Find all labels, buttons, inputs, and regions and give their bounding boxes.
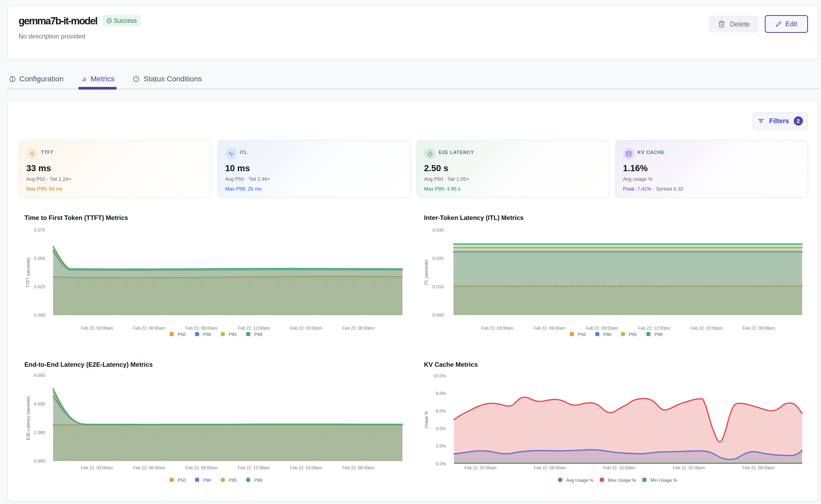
svg-text:0.000: 0.000 [34,459,45,464]
svg-text:Feb 22, 06:00am: Feb 22, 06:00am [133,466,165,470]
svg-text:Feb 22, 09:00am: Feb 22, 09:00am [186,466,218,470]
svg-text:Feb 22, 09:00am: Feb 22, 09:00am [186,326,218,330]
svg-text:TTFT (seconds): TTFT (seconds) [26,258,30,288]
svg-text:2.000: 2.000 [34,430,45,435]
svg-text:P95: P95 [229,332,237,337]
svg-text:0.050: 0.050 [34,256,45,261]
svg-text:Usage %: Usage % [424,411,429,428]
svg-text:0.030: 0.030 [432,228,444,233]
svg-text:P50: P50 [578,332,586,337]
svg-text:Feb 22, 06:00pm: Feb 22, 06:00pm [342,326,374,330]
svg-text:P90: P90 [203,332,211,337]
svg-text:Feb 22, 06:00am: Feb 22, 06:00am [133,326,165,330]
svg-text:P95: P95 [629,332,637,337]
svg-text:Feb 22, 12:00pm: Feb 22, 12:00pm [238,466,270,470]
svg-text:Feb 22, 12:00pm: Feb 22, 12:00pm [238,326,270,330]
svg-text:6.0%: 6.0% [436,409,446,414]
svg-text:0.025: 0.025 [34,284,45,289]
svg-text:0.075: 0.075 [34,228,45,233]
svg-text:Feb 22, 03:00am: Feb 22, 03:00am [481,326,513,330]
svg-text:Feb 22, 02:00am: Feb 22, 02:00am [465,466,497,470]
svg-text:P90: P90 [203,478,211,483]
svg-text:P99: P99 [254,332,262,337]
svg-text:0.010: 0.010 [432,284,444,289]
svg-text:Feb 22, 03:00pm: Feb 22, 03:00pm [290,466,322,470]
svg-text:P50: P50 [178,478,186,483]
svg-text:8.0%: 8.0% [436,391,446,396]
svg-text:Feb 22, 06:00am: Feb 22, 06:00am [534,466,566,470]
svg-text:Max Usage %: Max Usage % [608,478,636,483]
svg-text:Feb 22, 09:00am: Feb 22, 09:00am [586,326,618,330]
svg-text:Min Usage %: Min Usage % [650,478,677,483]
svg-text:4.000: 4.000 [34,401,45,406]
svg-text:Feb 22, 03:00am: Feb 22, 03:00am [81,466,113,470]
svg-text:Feb 22, 03:00am: Feb 22, 03:00am [81,326,113,330]
svg-text:P50: P50 [178,332,186,337]
svg-text:Feb 22, 02:00pm: Feb 22, 02:00pm [673,466,705,470]
svg-text:Feb 22, 06:00pm: Feb 22, 06:00pm [743,466,775,470]
svg-text:Feb 22, 06:00pm: Feb 22, 06:00pm [342,466,374,470]
svg-text:P99: P99 [254,478,262,483]
svg-text:0.000: 0.000 [432,313,444,318]
svg-text:Feb 22, 06:00am: Feb 22, 06:00am [533,326,566,330]
svg-text:2.0%: 2.0% [436,444,446,449]
svg-text:ITL (seconds): ITL (seconds) [424,260,429,285]
svg-text:Feb 22, 03:00pm: Feb 22, 03:00pm [691,326,723,330]
svg-text:E2E-Latency (seconds): E2E-Latency (seconds) [26,396,30,440]
svg-text:Feb 22, 03:00pm: Feb 22, 03:00pm [290,326,322,330]
svg-text:Avg Usage %: Avg Usage % [566,478,594,483]
svg-text:Feb 22, 12:00pm: Feb 22, 12:00pm [638,326,670,330]
svg-text:P95: P95 [229,478,237,483]
svg-text:Feb 22, 10:00am: Feb 22, 10:00am [603,466,635,470]
svg-text:P90: P90 [603,332,611,337]
svg-text:P99: P99 [655,332,663,337]
svg-text:4.0%: 4.0% [436,426,446,431]
svg-text:0.020: 0.020 [432,256,444,261]
svg-text:10.0%: 10.0% [433,373,446,378]
svg-text:6.000: 6.000 [34,373,45,378]
svg-text:0.0%: 0.0% [436,461,446,466]
svg-text:0.000: 0.000 [34,313,45,318]
svg-text:Feb 22, 06:00pm: Feb 22, 06:00pm [743,326,775,330]
